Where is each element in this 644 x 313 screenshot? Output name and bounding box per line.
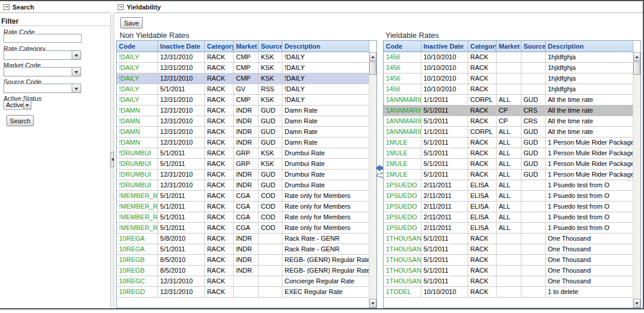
- non-yieldable-rates-title: Non Yieldable Rates: [120, 31, 189, 40]
- active-status-select[interactable]: Active: [4, 100, 31, 110]
- table-row[interactable]: 1THOUSAND5/1/2011RACKOne Thousand: [384, 254, 633, 265]
- table-row[interactable]: 1ANNMARIE5/1/2011RACKCPCRSAll the time r…: [384, 116, 633, 126]
- rate-code-cell: 1MULE: [384, 169, 421, 180]
- cell: Rate only for Members: [282, 212, 369, 222]
- table-row[interactable]: 1TODEL10/10/2010RACK1 to delete: [384, 286, 633, 297]
- chevron-down-icon[interactable]: [23, 101, 31, 109]
- rate-code-cell: 1456: [384, 52, 421, 62]
- table-row[interactable]: !MEMBER_RA...5/1/2011RACKCGACODRate only…: [117, 201, 369, 212]
- column-header-description[interactable]: Description: [282, 41, 369, 52]
- cell: [233, 276, 258, 286]
- cell: RACK: [468, 276, 496, 286]
- table-row[interactable]: 1MULE5/1/2011RACKALLGUD1 Person Mule Rid…: [384, 158, 633, 169]
- scroll-down-button[interactable]: [633, 299, 640, 308]
- table-row[interactable]: 10REGA5/8/2010RACKINDRRack Rate - GENR: [117, 233, 369, 244]
- table-row[interactable]: 1ANNMARIE5/1/2011RACKCPCRSAll the time r…: [384, 105, 633, 116]
- column-header-market[interactable]: Market: [496, 41, 521, 52]
- table-row[interactable]: !DRUMBUI12/31/2010RACKINDRGUDDrumbui Rat…: [117, 169, 369, 180]
- table-row[interactable]: !DAMN12/31/2010RACKINDRGUDDamn Rate: [117, 116, 369, 126]
- save-button[interactable]: Save: [120, 17, 143, 28]
- table-row[interactable]: 1THOUSAND5/1/2011RACKOne Thousand: [384, 233, 633, 244]
- collapse-icon[interactable]: [4, 4, 9, 10]
- column-header-source[interactable]: Source: [258, 41, 282, 52]
- table-row[interactable]: !DRUMBUI5/1/2011RACKGRPKSKDrumbui Rate: [117, 158, 369, 169]
- cell: ELISA: [468, 180, 496, 190]
- cell: 1 Psuedo test from O: [545, 190, 633, 201]
- filter-title: Filter: [1, 17, 18, 25]
- cell: RACK: [204, 84, 233, 94]
- cell: !DAILY: [282, 62, 369, 73]
- table-row[interactable]: 1ANNMARIE1/1/2011CORPLALLGUDAll the time…: [384, 126, 633, 137]
- table-row[interactable]: !DAILY5/1/2011RACKGVRSS!DAILY: [117, 84, 369, 94]
- cell: [521, 276, 545, 286]
- chevron-down-icon[interactable]: [72, 51, 80, 59]
- search-button[interactable]: Search: [7, 115, 34, 126]
- table-row[interactable]: 145610/10/2010RACK1hjldfghja: [384, 73, 633, 84]
- cell: 12/31/2010: [157, 286, 204, 297]
- table-row[interactable]: 1PSUEDO2/11/2011ELISAALL1 Psuedo test fr…: [384, 190, 633, 201]
- cell: CGA: [233, 201, 258, 212]
- column-header-market[interactable]: Market: [233, 41, 258, 52]
- table-row[interactable]: 10REGB8/5/2010RACKINDRREGB- (GENR) Regul…: [117, 254, 369, 265]
- cell: RACK: [204, 190, 233, 201]
- table-row[interactable]: !DAILY12/31/2010RACKCMPKSK!DAILY: [117, 94, 369, 105]
- table-row[interactable]: 145610/10/2010RACK1hjldfghja: [384, 52, 633, 62]
- table-row[interactable]: 1PSUEDO2/11/2011ELISAALL1 Psuedo test fr…: [384, 222, 633, 233]
- column-header-inactive-date[interactable]: Inactive Date: [421, 41, 468, 52]
- table-row[interactable]: !DAMN12/31/2010RACKINDRGUDDamn Rate: [117, 137, 369, 148]
- table-row[interactable]: 1THOUSAND5/1/2011RACKOne Thousand: [384, 244, 633, 254]
- table-row[interactable]: !MEMBER_RA...5/1/2011RACKCGACODRate only…: [117, 222, 369, 233]
- table-row[interactable]: !DRUMBUI12/31/2010RACKINDRGUDDrumbui Rat…: [117, 180, 369, 190]
- table-row[interactable]: !DAILY12/31/2010RACKCMPKSK!DAILY: [117, 73, 369, 84]
- table-row[interactable]: !MEMBER_RA...5/1/2011RACKCGACODRate only…: [117, 212, 369, 222]
- table-row[interactable]: 10REGB8/5/2010RACKINDRREGB- (GENR) Regul…: [117, 265, 369, 276]
- window-bottom-border: [0, 308, 644, 309]
- table-row[interactable]: 1MULE5/1/2011RACKALLGUD1 Person Mule Rid…: [384, 148, 633, 158]
- scrollbar-thumb[interactable]: [633, 62, 640, 75]
- table-row[interactable]: 145610/10/2010RACK1hjldfghja: [384, 84, 633, 94]
- column-header-category[interactable]: Category: [468, 41, 496, 52]
- table-row[interactable]: 10REGA5/1/2011RACKINDRRack Rate - GENR: [117, 244, 369, 254]
- column-header-category[interactable]: Category: [204, 41, 233, 52]
- column-header-source[interactable]: Source: [521, 41, 545, 52]
- table-row[interactable]: 1MULE5/1/2011RACKALLGUD1 Person Mule Rid…: [384, 137, 633, 148]
- table-row[interactable]: 1MULE5/1/2011RACKALLGUD1 Person Mule Rid…: [384, 169, 633, 180]
- cell: COD: [258, 201, 282, 212]
- collapse-icon[interactable]: [118, 4, 124, 10]
- collapse-sidebar-button[interactable]: [110, 152, 114, 167]
- chevron-down-icon[interactable]: [72, 68, 80, 76]
- table-row[interactable]: 1PSUEDO2/11/2011ELISAALL1 Psuedo test fr…: [384, 212, 633, 222]
- column-header-description[interactable]: Description: [545, 41, 633, 52]
- table-row[interactable]: !DAMN12/31/2010RACKINDRGUDDamn Rate: [117, 126, 369, 137]
- scroll-up-button[interactable]: [633, 52, 640, 61]
- column-header-code[interactable]: Code: [384, 41, 421, 52]
- scroll-down-button[interactable]: [369, 299, 376, 308]
- column-header-inactive-date[interactable]: Inactive Date: [157, 41, 204, 52]
- table-row[interactable]: 1THOUSAND5/1/2011RACKOne Thousand: [384, 276, 633, 286]
- source-code-select[interactable]: [4, 84, 81, 93]
- market-code-select[interactable]: [4, 67, 81, 76]
- table-row[interactable]: !DRUMBUI5/1/2011RACKGRPKSKDrumbui Rate: [117, 148, 369, 158]
- table-row[interactable]: 10REGC12/31/2010RACKConcierge Regular Ra…: [117, 276, 369, 286]
- column-header-code[interactable]: Code: [117, 41, 157, 52]
- table-row[interactable]: !DAMN12/31/2010RACKINDRGUDDamn Rate: [117, 105, 369, 116]
- rate-category-select[interactable]: [4, 50, 81, 60]
- cell: INDR: [233, 137, 258, 148]
- chevron-down-icon[interactable]: [72, 84, 80, 92]
- vertical-scrollbar[interactable]: [633, 52, 640, 308]
- table-row[interactable]: 10REGD12/31/2010RACKEXEC Regular Rate: [117, 286, 369, 297]
- table-row[interactable]: 1PSUEDO2/11/2011ELISAALL1 Psuedo test fr…: [384, 201, 633, 212]
- table-row[interactable]: !DAILY12/31/2010RACKCMPKSK!DAILY: [117, 52, 369, 62]
- cell: 5/1/2011: [421, 233, 468, 244]
- scrollbar-thumb[interactable]: [369, 62, 376, 75]
- table-row[interactable]: 1THOUSAND5/1/2011RACKOne Thousand: [384, 265, 633, 276]
- table-row[interactable]: 1PSUEDO2/11/2011ELISAALL1 Psuedo test fr…: [384, 180, 633, 190]
- table-row[interactable]: 1ANNMARIE1/1/2011CORPLALLGUDAll the time…: [384, 94, 633, 105]
- table-row[interactable]: !DAILY12/31/2010RACKCMPKSK!DAILY: [117, 62, 369, 73]
- table-row[interactable]: !MEMBER_RA...5/1/2011RACKCGACODRate only…: [117, 190, 369, 201]
- rate-code-input[interactable]: [4, 34, 82, 43]
- scroll-up-button[interactable]: [369, 52, 376, 61]
- table-row[interactable]: 145610/10/2010RACK1hjldfghja: [384, 62, 633, 73]
- cell: CP: [496, 105, 521, 116]
- cell: GUD: [521, 94, 545, 105]
